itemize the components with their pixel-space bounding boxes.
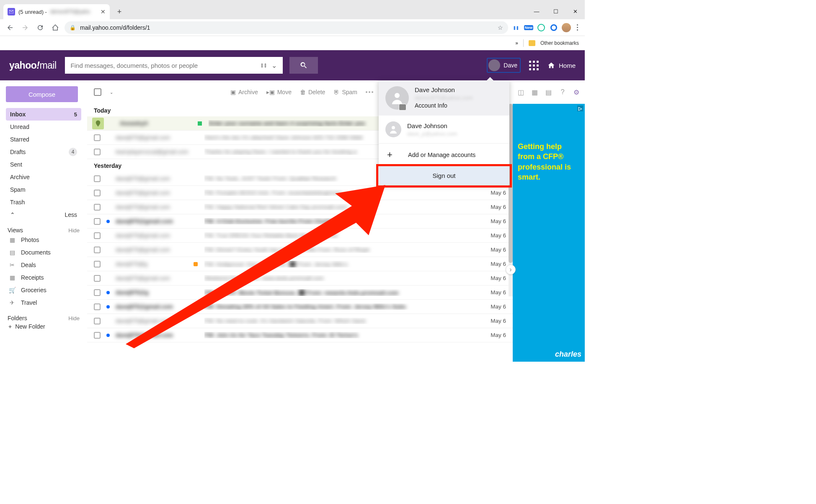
ad-panel[interactable]: ▷ Getting help from a CFP® professional …	[513, 104, 585, 362]
view-documents[interactable]: ▤Documents	[6, 246, 81, 259]
folder-drafts[interactable]: Drafts4	[6, 146, 81, 158]
row-checkbox[interactable]	[94, 149, 101, 155]
views-hide[interactable]: Hide	[68, 227, 80, 234]
profile-avatar[interactable]	[562, 23, 571, 32]
bookmarks-overflow[interactable]: »	[515, 40, 518, 46]
view-groceries[interactable]: 🛒Groceries	[6, 284, 81, 296]
folder-archive[interactable]: Archive	[6, 171, 81, 183]
archive-button[interactable]: ▣Archive	[230, 89, 258, 95]
search-input[interactable]	[71, 62, 256, 69]
url-field[interactable]: 🔒 mail.yahoo.com/d/folders/1 ☆	[65, 21, 508, 34]
row-checkbox[interactable]	[94, 318, 101, 324]
folder-spam[interactable]: Spam	[6, 183, 81, 196]
new-tab-button[interactable]: +	[113, 5, 126, 18]
deals-icon: ✂	[8, 262, 16, 268]
minimize-button[interactable]: —	[527, 6, 546, 19]
dropdown-primary-account[interactable]: Dave Johnson damon975@yahoo.com Account …	[379, 80, 509, 116]
star-icon[interactable]	[193, 262, 199, 266]
message-date: May 6	[485, 261, 506, 267]
star-icon[interactable]	[194, 262, 198, 266]
message-row[interactable]: davej975@gmail.comFW: True DRESS-Your-Re…	[87, 229, 513, 243]
maximize-button[interactable]: ☐	[546, 6, 566, 19]
message-row[interactable]: davej975@gmail.comFW: 3-Club Exclusive: …	[87, 214, 513, 229]
row-checkbox[interactable]	[94, 247, 101, 253]
row-checkbox[interactable]	[94, 289, 101, 296]
help-icon[interactable]: ?	[559, 88, 567, 96]
select-dropdown-caret[interactable]: ⌄	[110, 90, 113, 95]
message-row[interactable]: davej975@gmail.comFW: Donating 20% of Al…	[87, 300, 513, 314]
view-receipts[interactable]: ▦Receipts	[6, 271, 81, 284]
browser-menu-button[interactable]	[574, 24, 581, 31]
tab-title-blur: demon975@yaho	[50, 9, 90, 15]
folder-starred[interactable]: Starred	[6, 133, 81, 146]
message-row[interactable]: davej975@gmail.comFW: Pumpkin BOGO trick…	[87, 186, 513, 200]
browser-tab[interactable]: (5 unread) - demon975@yaho ✕	[3, 4, 110, 19]
account-info-link[interactable]: Account Info	[415, 102, 473, 109]
compose-button[interactable]: Compose	[6, 86, 78, 102]
back-button[interactable]	[4, 22, 16, 33]
folder-inbox[interactable]: Inbox5	[6, 108, 81, 121]
sign-out-button[interactable]: Sign out	[379, 166, 509, 185]
dropdown-secondary-account[interactable]: Dave Johnson dave_p@yahoo.com	[379, 116, 509, 143]
row-checkbox[interactable]	[94, 204, 101, 211]
settings-gear-icon[interactable]: ⚙	[573, 88, 581, 96]
row-checkbox[interactable]	[94, 303, 101, 310]
folder-unread[interactable]: Unread	[6, 121, 81, 133]
row-checkbox[interactable]	[94, 332, 101, 339]
yahoo-mail-logo[interactable]: yahoo!mail	[9, 60, 57, 71]
folders-hide[interactable]: Hide	[68, 315, 80, 321]
bookmark-star-icon[interactable]: ☆	[498, 24, 503, 31]
calendar-icon[interactable]: ▦	[531, 88, 539, 96]
folder-trash[interactable]: Trash	[6, 196, 81, 208]
row-checkbox[interactable]	[94, 261, 101, 267]
delete-button[interactable]: 🗑Delete	[300, 89, 325, 95]
row-checkbox[interactable]	[94, 275, 101, 282]
forward-button[interactable]	[19, 22, 31, 33]
view-travel[interactable]: ✈Travel	[6, 296, 81, 309]
next-page-button[interactable]: ›	[506, 265, 516, 275]
message-row[interactable]: davej975@gFW: TODAY: Movie Ticket Bonuse…	[87, 285, 513, 300]
extension-icon-4[interactable]	[549, 23, 558, 32]
ad-close-icon[interactable]: ▷	[577, 105, 583, 111]
sidebar: Compose Inbox5 Unread Starred Drafts4 Se…	[0, 80, 87, 362]
tab-close-icon[interactable]: ✕	[101, 8, 106, 15]
extension-icon-3[interactable]	[537, 23, 546, 32]
search-button[interactable]	[289, 57, 318, 74]
message-row[interactable]: davej975@gFW: Hot&proud: Own A Franchis.…	[87, 257, 513, 271]
toolbar-more-icon[interactable]	[366, 91, 373, 93]
new-folder-button[interactable]: +New Folder	[6, 321, 81, 332]
select-all-checkbox[interactable]	[94, 88, 101, 96]
reload-button[interactable]	[34, 22, 46, 33]
spam-button[interactable]: ⛨Spam	[333, 89, 357, 95]
message-row[interactable]: davej975@gmail.comFW: Join Us for Taco T…	[87, 328, 513, 342]
home-button[interactable]	[49, 22, 61, 33]
search-dropdown-caret[interactable]: ⌄	[271, 62, 277, 69]
row-checkbox[interactable]	[94, 232, 101, 239]
message-row[interactable]: davej975@gmail.comFW: Dinner? Every Yout…	[87, 243, 513, 257]
row-checkbox[interactable]	[94, 190, 101, 196]
extension-icon-1[interactable]: ⫾⫾	[511, 23, 521, 32]
message-row[interactable]: davej975@gmail.comWeekend Deals From: ww…	[87, 271, 513, 285]
notepad-icon[interactable]: ▤	[545, 88, 553, 96]
extension-icon-2[interactable]: New	[524, 23, 533, 32]
folder-less-toggle[interactable]: ⌃Less	[6, 208, 81, 221]
apps-grid-icon[interactable]	[529, 61, 539, 70]
view-photos[interactable]: ▦Photos	[6, 234, 81, 246]
folder-sent[interactable]: Sent	[6, 158, 81, 171]
search-filter-icon[interactable]: ⫾⫾	[261, 62, 267, 69]
row-checkbox[interactable]	[94, 134, 101, 141]
contacts-icon[interactable]: ◫	[517, 88, 525, 96]
add-manage-accounts[interactable]: + Add or Manage accounts	[379, 143, 509, 166]
move-button[interactable]: ▸▣Move	[266, 89, 292, 95]
home-link[interactable]: Home	[547, 62, 576, 69]
row-checkbox[interactable]	[94, 218, 101, 225]
message-row[interactable]: davej975@gmail.comFW: No need to cook. I…	[87, 314, 513, 328]
other-bookmarks[interactable]: Other bookmarks	[540, 40, 579, 46]
archive-icon: ▣	[230, 89, 236, 95]
row-checkbox[interactable]	[94, 175, 101, 182]
camera-icon[interactable]	[399, 104, 406, 111]
view-deals[interactable]: ✂Deals	[6, 259, 81, 271]
message-row[interactable]: davej975@gmail.comFW: Happy National Red…	[87, 200, 513, 214]
close-window-button[interactable]: ✕	[566, 6, 585, 19]
account-chip[interactable]: Dave	[487, 58, 521, 73]
